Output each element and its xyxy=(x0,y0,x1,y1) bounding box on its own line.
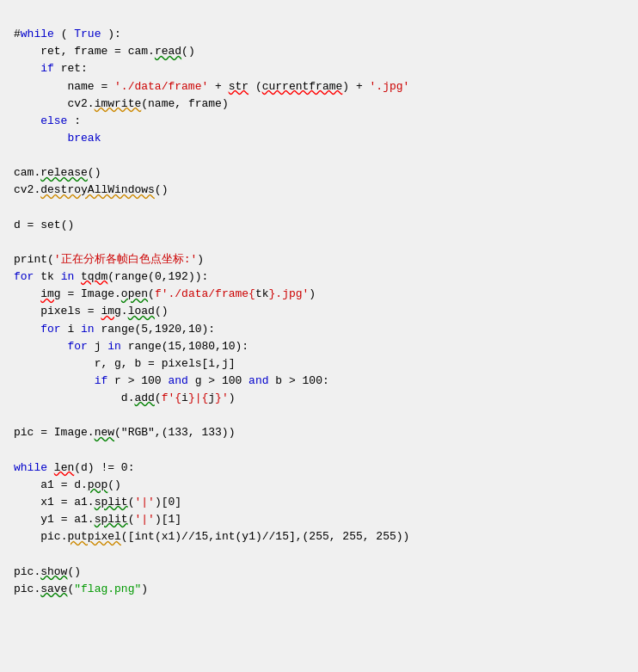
line-1: #while ( True ): ret, frame = cam.read()… xyxy=(14,28,409,595)
code-editor: #while ( True ): ret, frame = cam.read()… xyxy=(14,9,624,615)
